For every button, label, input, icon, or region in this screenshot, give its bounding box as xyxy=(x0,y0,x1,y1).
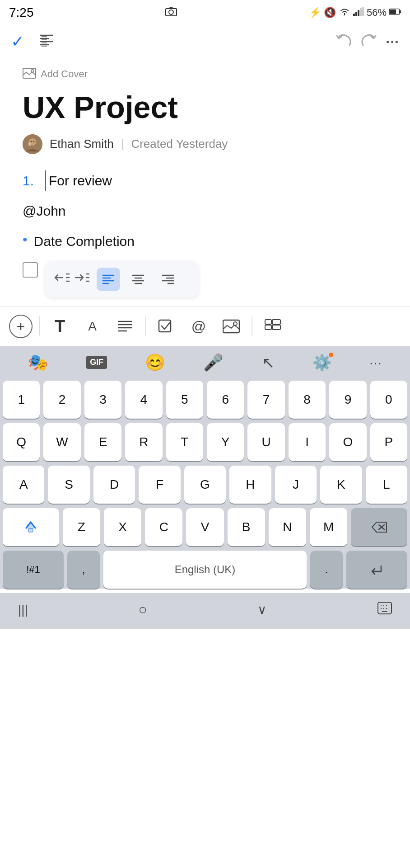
paragraph-align-button[interactable] xyxy=(111,312,139,340)
align-right-button[interactable] xyxy=(156,268,180,291)
key-h[interactable]: H xyxy=(229,466,271,504)
key-x[interactable]: X xyxy=(104,508,141,546)
svg-point-1 xyxy=(169,10,173,14)
align-toolbar-popup xyxy=(45,261,199,297)
comma-key[interactable]: , xyxy=(67,551,100,589)
indent-right-icon[interactable] xyxy=(74,271,90,287)
key-b[interactable]: B xyxy=(228,508,265,546)
key-8[interactable]: 8 xyxy=(289,381,326,419)
key-row-numbers: 1 2 3 4 5 6 7 8 9 0 xyxy=(3,381,407,419)
microphone-icon[interactable]: 🎤 xyxy=(203,353,224,372)
gif-icon[interactable]: GIF xyxy=(86,356,107,369)
key-z[interactable]: Z xyxy=(63,508,100,546)
svg-rect-59 xyxy=(378,602,391,614)
key-row-asdf: A S D F G H J K L xyxy=(3,466,407,504)
svg-point-51 xyxy=(233,322,237,326)
key-d[interactable]: D xyxy=(93,466,135,504)
period-key[interactable]: . xyxy=(310,551,343,589)
keyboard-more-icon[interactable]: ··· xyxy=(369,355,382,370)
key-7[interactable]: 7 xyxy=(247,381,284,419)
settings-icon[interactable]: ⚙️ xyxy=(312,354,331,372)
check-button[interactable]: ✓ xyxy=(11,32,24,51)
shift-key[interactable] xyxy=(3,508,59,546)
key-3[interactable]: 3 xyxy=(84,381,121,419)
mention-item[interactable]: @John xyxy=(23,201,387,221)
align-center-button[interactable] xyxy=(126,268,150,291)
mention-button[interactable]: @ xyxy=(185,312,213,340)
checkbox[interactable] xyxy=(23,262,38,278)
indent-left-icon[interactable] xyxy=(54,271,70,287)
key-5[interactable]: 5 xyxy=(166,381,203,419)
keyboard-nav-icon[interactable] xyxy=(377,602,392,618)
key-4[interactable]: 4 xyxy=(125,381,162,419)
grid-view-button[interactable] xyxy=(259,312,287,340)
recents-nav-icon[interactable]: ∨ xyxy=(257,602,267,617)
key-u[interactable]: U xyxy=(247,423,284,461)
key-w[interactable]: W xyxy=(43,423,80,461)
key-c[interactable]: C xyxy=(145,508,182,546)
list-item-1[interactable]: 1. For review xyxy=(23,170,387,191)
spacebar-key[interactable]: English (UK) xyxy=(103,551,307,589)
svg-rect-4 xyxy=(358,10,359,16)
more-button[interactable]: ··· xyxy=(386,33,399,50)
key-l[interactable]: L xyxy=(366,466,407,504)
redo-button[interactable] xyxy=(360,33,377,50)
svg-rect-56 xyxy=(28,528,33,532)
status-bar: 7:25 ⚡ 🔇 xyxy=(0,0,410,24)
cursor-icon[interactable]: ↖ xyxy=(262,354,275,372)
bullet-dot: • xyxy=(23,233,28,246)
key-r[interactable]: R xyxy=(125,423,162,461)
key-k[interactable]: K xyxy=(320,466,362,504)
enter-key[interactable] xyxy=(346,551,407,589)
key-m[interactable]: M xyxy=(310,508,347,546)
status-icons xyxy=(165,6,177,19)
key-g[interactable]: G xyxy=(184,466,226,504)
sticker-icon[interactable]: 🎭 xyxy=(28,353,48,372)
emoji-icon[interactable]: 😊 xyxy=(145,353,165,372)
author-row: ✳ Ethan Smith | Created Yesterday xyxy=(23,134,387,154)
add-block-button[interactable]: + xyxy=(9,315,33,338)
key-e[interactable]: E xyxy=(84,423,121,461)
list-outline-icon[interactable] xyxy=(38,33,55,50)
svg-text:✳: ✳ xyxy=(27,141,32,147)
status-time: 7:25 xyxy=(9,5,34,20)
home-nav-icon[interactable]: ○ xyxy=(138,601,147,618)
document-title[interactable]: UX Project xyxy=(23,90,387,124)
key-p[interactable]: P xyxy=(370,423,407,461)
key-9[interactable]: 9 xyxy=(329,381,366,419)
key-6[interactable]: 6 xyxy=(207,381,244,419)
backspace-key[interactable] xyxy=(351,508,407,546)
svg-rect-3 xyxy=(355,12,357,16)
key-f[interactable]: F xyxy=(139,466,180,504)
text-large-button[interactable]: T xyxy=(46,312,74,340)
back-nav-icon[interactable]: ||| xyxy=(18,603,28,617)
author-name: Ethan Smith xyxy=(50,137,114,151)
toolbar-sep-3 xyxy=(252,316,252,336)
key-o[interactable]: O xyxy=(329,423,366,461)
key-a[interactable]: A xyxy=(3,466,44,504)
key-1[interactable]: 1 xyxy=(3,381,40,419)
undo-button[interactable] xyxy=(335,33,352,50)
key-j[interactable]: J xyxy=(275,466,317,504)
align-left-button[interactable] xyxy=(97,268,120,291)
key-v[interactable]: V xyxy=(186,508,224,546)
symbol-key[interactable]: !#1 xyxy=(3,551,64,589)
text-small-button[interactable]: A xyxy=(79,312,107,340)
plus-icon: + xyxy=(17,318,25,335)
bottom-nav: ||| ○ ∨ xyxy=(0,593,410,629)
checkbox-insert-button[interactable] xyxy=(152,312,180,340)
svg-point-23 xyxy=(33,141,35,142)
key-n[interactable]: N xyxy=(269,508,306,546)
avatar: ✳ xyxy=(23,134,42,154)
image-button[interactable] xyxy=(217,312,245,340)
key-2[interactable]: 2 xyxy=(43,381,80,419)
key-i[interactable]: I xyxy=(289,423,326,461)
key-0[interactable]: 0 xyxy=(370,381,407,419)
add-cover-button[interactable]: Add Cover xyxy=(23,67,387,81)
key-t[interactable]: T xyxy=(166,423,203,461)
key-s[interactable]: S xyxy=(48,466,89,504)
key-q[interactable]: Q xyxy=(3,423,40,461)
bullet-text: Date Completion xyxy=(34,231,135,251)
bullet-item[interactable]: • Date Completion xyxy=(23,231,387,251)
key-y[interactable]: Y xyxy=(207,423,244,461)
